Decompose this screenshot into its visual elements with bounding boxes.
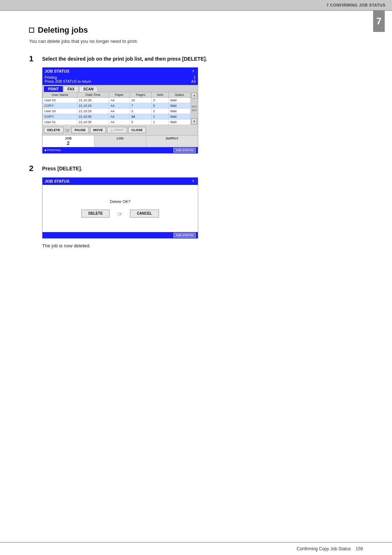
screen2: JOB STATUS ? Delete OK? DELETE ☞ CANCEL …	[42, 177, 198, 239]
checkbox-icon	[29, 28, 34, 33]
action-row: DELETE ☞ PAUSE MOVE △ PRINT CLOSE	[42, 125, 198, 135]
table-row[interactable]: User 03 21.10:29 A4 3 2 Wait	[43, 109, 191, 114]
table-row[interactable]: User 02 21.10:28 A4 10 3 Wait	[43, 98, 191, 103]
screen2-buttons: DELETE ☞ CANCEL	[81, 210, 159, 218]
section-number-badge: 7	[373, 10, 385, 32]
screen2-container: JOB STATUS ? Delete OK? DELETE ☞ CANCEL …	[42, 177, 363, 248]
screen1-table-content: User Name Date,Time Paper Pages Sets Sta…	[42, 92, 191, 125]
col-username: User Name	[43, 92, 77, 98]
screen1-page-info: 1 A4	[191, 76, 196, 84]
delete-confirm-button[interactable]: DELETE	[81, 210, 109, 218]
screen1-title: JOB STATUS	[45, 69, 69, 73]
page-footer: Confirming Copy Job Status 159	[0, 542, 392, 555]
screen2-titlebar: JOB STATUS ?	[42, 178, 198, 185]
help-icon[interactable]: ?	[191, 69, 196, 74]
scroll-buttons: ∧ 003 004 ∨	[191, 92, 198, 125]
screen2-title: JOB STATUS	[45, 179, 69, 183]
chapter-title: 7 CONFIRMING JOB STATUS	[326, 3, 385, 7]
section-description: You can delete jobs that you no longer n…	[29, 39, 363, 44]
step2-instruction: Press [DELETE].	[42, 164, 82, 173]
bottom-tab-log[interactable]: LOG	[94, 135, 146, 147]
screen1-blue-header: Printing Press JOB STATUS to return 1 A4	[42, 75, 198, 85]
screen1-tab-row: PRINT FAX SCAN	[42, 85, 198, 92]
status-printing: ■ PRINTING	[45, 149, 61, 152]
bottom-tab-strip: JOB2 LOG SUPPLY	[42, 135, 198, 147]
screen2-status-bar: JOB STATUS	[42, 232, 198, 238]
step1-row: 1 Select the desired job on the print jo…	[29, 54, 363, 64]
tab-fax[interactable]: FAX	[64, 86, 78, 92]
screen2-body: Delete OK? DELETE ☞ CANCEL	[42, 185, 198, 232]
table-row[interactable]: COPY: 21.10:35 A4 14 1 Wait	[43, 114, 191, 119]
help-icon-2[interactable]: ?	[191, 179, 196, 184]
step2-note: The job is now deleted.	[42, 243, 363, 248]
tab-scan[interactable]: SCAN	[79, 86, 97, 92]
table-row[interactable]: COPY: 21.10:29 A4 7 5 Wait	[43, 103, 191, 109]
col-pages: Pages	[130, 92, 151, 98]
screen1: JOB STATUS ? Printing Press JOB STATUS t…	[42, 67, 198, 154]
cursor-icon-1: ☞	[65, 127, 70, 135]
col-status: Status	[168, 92, 190, 98]
section-title-row: Deleting jobs	[29, 25, 363, 35]
job-table: User Name Date,Time Paper Pages Sets Sta…	[42, 92, 191, 125]
bottom-tab-job[interactable]: JOB2	[42, 135, 94, 147]
section-heading: Deleting jobs	[38, 25, 88, 35]
screen1-status: Printing Press JOB STATUS to return	[45, 76, 91, 84]
print-button[interactable]: △ PRINT	[107, 127, 127, 133]
close-button[interactable]: CLOSE	[128, 127, 146, 133]
cursor-icon-2: ☞	[117, 210, 123, 218]
col-paper: Paper	[109, 92, 130, 98]
step2-number: 2	[29, 164, 37, 173]
scroll-down-button[interactable]: ∨	[191, 118, 197, 124]
step2-row: 2 Press [DELETE].	[29, 164, 363, 173]
move-button[interactable]: MOVE	[90, 127, 106, 133]
job-status-button-2[interactable]: JOB STATUS	[173, 233, 196, 238]
tab-print[interactable]: PRINT	[44, 86, 63, 92]
step1-instruction: Select the desired job on the print job …	[42, 54, 207, 63]
scroll-up-button[interactable]: ∧	[191, 93, 197, 98]
step1-number: 1	[29, 54, 37, 64]
screen1-titlebar: JOB STATUS ?	[42, 68, 198, 75]
delete-button-screen1[interactable]: DELETE	[44, 127, 64, 133]
cancel-button[interactable]: CANCEL	[130, 210, 159, 218]
col-datetime: Date,Time	[77, 92, 109, 98]
page-labels: 003 004	[191, 105, 197, 112]
chapter-header: 7 CONFIRMING JOB STATUS	[0, 0, 392, 10]
screen2-message: Delete OK?	[110, 199, 131, 204]
job-status-button-1[interactable]: JOB STATUS	[173, 148, 196, 153]
bottom-tab-supply[interactable]: SUPPLY	[146, 135, 198, 147]
screen1-table-wrap: User Name Date,Time Paper Pages Sets Sta…	[42, 92, 198, 125]
pause-button[interactable]: PAUSE	[72, 127, 89, 133]
col-sets: Sets	[151, 92, 168, 98]
table-row[interactable]: User 01 21.10:38 A4 5 1 Wait	[43, 119, 191, 125]
screen1-container: JOB STATUS ? Printing Press JOB STATUS t…	[42, 67, 363, 154]
main-content: Deleting jobs You can delete jobs that y…	[0, 11, 392, 273]
footer-text: Confirming Copy Job Status 159	[297, 546, 363, 551]
screen1-status-bar: ■ PRINTING JOB STATUS	[42, 147, 198, 153]
